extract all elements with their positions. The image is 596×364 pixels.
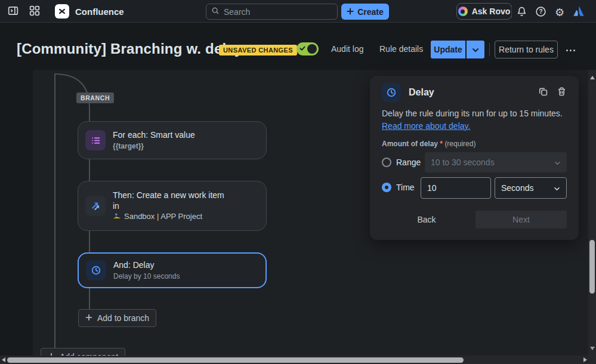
node-project-label: Sandbox | APP Project [124, 211, 202, 222]
notifications-button[interactable] [513, 4, 530, 21]
time-unit-select[interactable]: Seconds [495, 177, 567, 199]
clock-icon [382, 83, 401, 102]
app-switcher-button[interactable] [26, 3, 43, 20]
next-button[interactable]: Next [475, 211, 567, 229]
help-button[interactable]: ? [532, 4, 549, 21]
rovo-icon [458, 7, 468, 16]
chevron-down-icon [554, 183, 560, 193]
scroll-up-arrow[interactable] [590, 76, 595, 79]
help-icon: ? [535, 6, 546, 19]
horizontal-scrollbar-thumb[interactable] [7, 357, 464, 363]
add-component-button[interactable]: Add component [41, 348, 125, 356]
add-to-branch-label: Add to branch [97, 313, 149, 323]
rule-enabled-toggle[interactable] [297, 42, 319, 55]
horizontal-scrollbar [0, 356, 596, 364]
create-button-label: Create [357, 7, 384, 17]
vertical-scrollbar [588, 70, 596, 356]
header-divider [489, 43, 490, 56]
collapse-sidebar-button[interactable] [5, 3, 21, 20]
search-icon [211, 7, 220, 17]
more-dots-icon [566, 50, 568, 51]
audit-log-link[interactable]: Audit log [331, 44, 363, 54]
node-subtitle: Delay by 10 seconds [113, 272, 180, 281]
range-radio-label: Range [396, 158, 421, 167]
top-nav-bar: Confluence Create Ask Rovo [0, 0, 596, 23]
ask-rovo-button[interactable]: Ask Rovo [456, 3, 512, 20]
chevron-down-icon [472, 45, 479, 54]
sandbox-project-icon [113, 211, 121, 222]
unsaved-changes-badge: UNSAVED CHANGES [219, 45, 297, 55]
product-name: Confluence [75, 7, 124, 17]
return-to-rules-button[interactable]: Return to rules [495, 41, 558, 58]
rule-details-link[interactable]: Rule details [379, 44, 423, 54]
list-icon [85, 130, 106, 150]
svg-text:?: ? [539, 8, 542, 15]
scroll-right-arrow[interactable] [583, 357, 587, 362]
gear-icon: ⚙ [555, 7, 564, 18]
toggle-knob [307, 44, 317, 54]
node-title: For each: Smart value [113, 129, 195, 140]
product-home-link[interactable]: Confluence [55, 4, 124, 18]
bell-icon [516, 6, 527, 19]
node-delay[interactable]: And: Delay Delay by 10 seconds [78, 252, 267, 288]
panel-description: Delay the rule during its run for up to … [382, 107, 568, 132]
sidebar-toggle-icon [8, 5, 18, 18]
time-unit-value: Seconds [501, 183, 533, 193]
jira-work-item-icon [85, 196, 106, 216]
update-dropdown-button[interactable] [467, 41, 484, 58]
atlassian-logo-icon [572, 4, 586, 18]
time-radio[interactable] [382, 183, 391, 192]
add-to-branch-button[interactable]: Add to branch [78, 309, 156, 327]
vertical-scrollbar-thumb[interactable] [589, 240, 595, 294]
time-radio-label: Time [396, 183, 415, 192]
node-title: Then: Create a new work item [113, 190, 224, 200]
search-input[interactable] [224, 7, 332, 17]
scroll-down-arrow[interactable] [590, 347, 595, 350]
description-text: Delay the rule during its run for up to … [382, 109, 563, 118]
scroll-left-arrow[interactable] [2, 357, 5, 362]
copy-icon [538, 87, 548, 98]
range-radio[interactable] [382, 158, 391, 167]
update-button[interactable]: Update [431, 41, 465, 58]
amount-of-delay-label: Amount of delay * (required) [382, 140, 475, 148]
ask-rovo-label: Ask Rovo [472, 7, 511, 16]
delay-config-panel: Delay [370, 76, 579, 240]
clock-icon [86, 260, 106, 280]
panel-title: Delay [409, 87, 434, 98]
trash-icon [557, 87, 567, 98]
page-title: [Community] Branching w. delay [17, 41, 242, 57]
settings-button[interactable]: ⚙ [551, 4, 568, 21]
global-search[interactable] [206, 4, 338, 20]
plus-icon [85, 313, 92, 323]
more-actions-button[interactable] [562, 44, 579, 56]
node-create-work-item[interactable]: Then: Create a new work item in Sandbox … [78, 181, 267, 231]
time-value-input[interactable] [421, 177, 491, 199]
chevron-down-icon [554, 158, 561, 167]
node-for-each[interactable]: For each: Smart value {{target}} [78, 121, 267, 159]
range-select-value: 10 to 30 seconds [431, 158, 495, 167]
automation-rule-builder: Confluence Create Ask Rovo [0, 0, 596, 364]
topbar-divider [511, 5, 512, 17]
confluence-logo-icon [55, 4, 69, 18]
delete-component-button[interactable] [557, 87, 567, 98]
read-more-link[interactable]: Read more about delay. [382, 121, 470, 131]
duplicate-component-button[interactable] [538, 87, 548, 98]
required-asterisk: * [440, 140, 443, 148]
create-button[interactable]: Create [341, 4, 389, 20]
branch-badge: BRANCH [76, 92, 114, 103]
node-subtitle: {{target}} [113, 141, 195, 151]
node-title: And: Delay [113, 260, 180, 270]
back-button[interactable]: Back [406, 211, 447, 229]
check-icon [299, 45, 305, 51]
range-select[interactable]: 10 to 30 seconds [425, 152, 567, 172]
plus-icon [347, 7, 354, 17]
app-grid-icon [29, 5, 40, 18]
node-title-line2: in [113, 200, 224, 211]
